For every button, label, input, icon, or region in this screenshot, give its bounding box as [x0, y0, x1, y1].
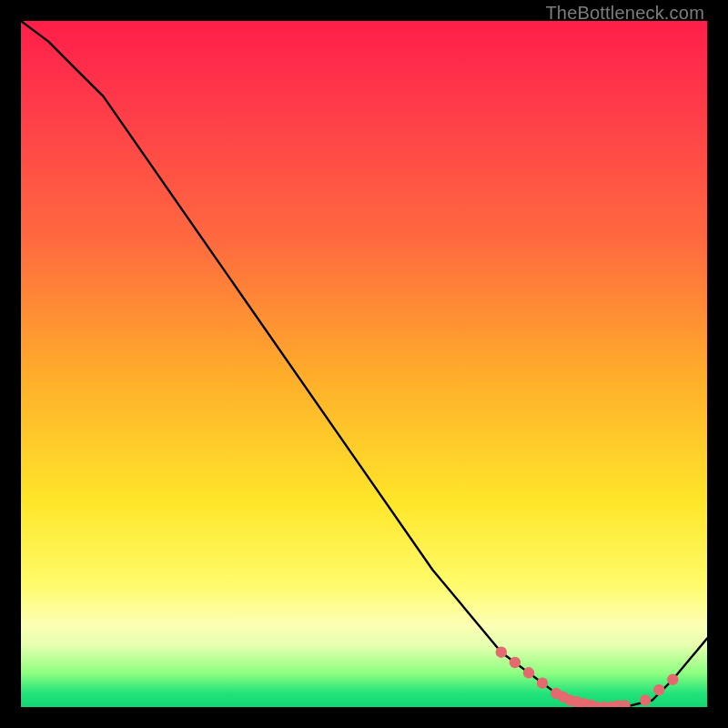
marker-dot: [571, 696, 582, 707]
marker-dot: [564, 694, 575, 705]
curve-layer: [21, 21, 707, 707]
plot-area: [21, 21, 707, 707]
marker-dot: [592, 702, 602, 707]
marker-dot: [605, 702, 616, 707]
marker-dot: [558, 692, 569, 703]
marker-dot: [667, 674, 678, 685]
marker-dot: [578, 698, 589, 707]
marker-group: [496, 647, 679, 708]
watermark-text: TheBottleneck.com: [545, 3, 704, 24]
marker-dot: [653, 684, 664, 695]
marker-dot: [523, 667, 534, 678]
marker-dot: [599, 702, 610, 707]
marker-dot: [640, 694, 651, 705]
marker-dot: [612, 700, 623, 707]
marker-dot: [537, 677, 548, 688]
bottleneck-curve: [21, 21, 707, 707]
marker-dot: [619, 700, 630, 707]
marker-dot: [510, 657, 521, 668]
marker-dot: [496, 647, 507, 658]
marker-dot: [585, 700, 596, 708]
chart-frame: TheBottleneck.com: [0, 0, 728, 728]
marker-dot: [551, 688, 561, 699]
